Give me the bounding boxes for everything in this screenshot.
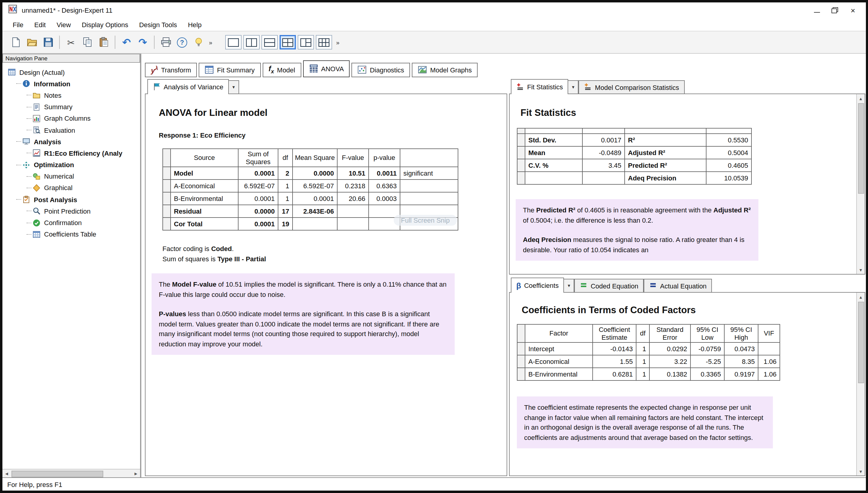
tab-coded-equation[interactable]: Coded Equation	[574, 279, 644, 293]
tab-anova[interactable]: ANOVA	[303, 60, 350, 77]
fit-statistics-table: Std. Dev. 0.0017 R² 0.5530 Mean -0.0489 …	[517, 128, 752, 185]
layout-single-button[interactable]	[225, 35, 241, 49]
row-selector[interactable]	[163, 205, 170, 218]
maximize-button[interactable]	[826, 4, 844, 17]
minimize-button[interactable]	[808, 4, 826, 17]
nav-item-evaluation[interactable]: Evaluation	[6, 124, 140, 136]
p-values-paragraph: P-values less than 0.0500 indicate model…	[159, 309, 448, 349]
row-selector[interactable]	[163, 167, 170, 180]
cell-vif: 1.06	[758, 368, 780, 381]
open-file-button[interactable]	[24, 34, 40, 50]
tab-transform[interactable]: yλTransform	[145, 63, 197, 77]
coefficients-view-dropdown[interactable]: ▾	[564, 279, 574, 293]
layout-horizontal-split-button[interactable]	[261, 35, 277, 49]
nav-item-post-analysis[interactable]: Post Analysis	[6, 194, 140, 205]
copy-button[interactable]	[79, 34, 96, 50]
tab-coefficients[interactable]: βCoefficients	[511, 278, 564, 293]
toolbar-overflow-chevron[interactable]: »	[336, 39, 340, 46]
tab-model-comparison-statistics[interactable]: Model Comparison Statistics	[579, 80, 685, 94]
cell-source: B-Environmental	[170, 192, 238, 205]
tree-connector	[16, 199, 21, 200]
nav-item-optimization[interactable]: Optimization	[6, 159, 140, 170]
menu-display-options[interactable]: Display Options	[76, 19, 134, 30]
nav-item-graphical[interactable]: Graphical	[6, 182, 140, 194]
row-selector[interactable]	[517, 146, 525, 159]
help-button[interactable]: ?	[174, 34, 190, 50]
scroll-right-arrow[interactable]: ▶	[132, 469, 140, 477]
scrollbar-thumb[interactable]	[858, 103, 864, 194]
row-selector[interactable]	[517, 343, 525, 356]
save-button[interactable]	[40, 34, 56, 50]
layout-left-right-split-button[interactable]	[297, 35, 314, 49]
menu-design-tools[interactable]: Design Tools	[134, 19, 183, 30]
layout-vertical-split-button[interactable]	[243, 35, 259, 49]
scroll-up-arrow[interactable]: ▲	[857, 293, 865, 301]
row-selector[interactable]	[163, 180, 170, 192]
nav-item-numerical[interactable]: Numerical	[6, 170, 140, 182]
status-text: For Help, press F1	[7, 480, 62, 488]
tab-diagnostics[interactable]: Diagnostics	[352, 63, 410, 77]
tree-connector	[16, 141, 21, 142]
row-selector[interactable]	[517, 159, 525, 172]
tab-fit-summary[interactable]: Fit Summary	[199, 63, 261, 77]
row-selector[interactable]	[163, 218, 170, 231]
fit-row: C.V. % 3.45 Predicted R² 0.4605	[517, 159, 751, 172]
row-selector[interactable]	[163, 149, 170, 167]
menu-view[interactable]: View	[51, 19, 76, 30]
redo-button[interactable]: ↷	[135, 34, 151, 50]
row-selector[interactable]	[517, 324, 525, 343]
row-selector[interactable]	[517, 134, 525, 146]
row-selector[interactable]	[517, 368, 525, 381]
tab-fit-statistics[interactable]: Fit Statistics	[511, 79, 569, 94]
row-selector[interactable]	[517, 172, 525, 184]
layout-grid-button[interactable]	[315, 35, 332, 49]
toolbar-overflow-chevron[interactable]: »	[209, 39, 213, 46]
title-bar[interactable]: unnamed1* - Design-Expert 11 ×	[2, 2, 866, 18]
cell-significance	[400, 180, 458, 192]
cell-p: 0.0011	[369, 167, 400, 180]
scrollbar-thumb[interactable]	[12, 470, 103, 477]
scroll-left-arrow[interactable]: ◀	[2, 469, 11, 477]
stat-label: Adeq Precision	[625, 172, 706, 184]
tab-actual-equation[interactable]: Actual Equation	[644, 279, 712, 293]
menu-edit[interactable]: Edit	[29, 19, 51, 30]
anova-view-dropdown[interactable]: ▾	[229, 80, 239, 94]
tab-model[interactable]: fxModel	[263, 63, 301, 77]
new-document-button[interactable]	[7, 34, 24, 50]
menu-help[interactable]: Help	[182, 19, 207, 30]
nav-item-notes[interactable]: Notes	[6, 90, 140, 101]
tab-analysis-of-variance[interactable]: Analysis of Variance	[147, 79, 229, 94]
cut-button[interactable]: ✂	[63, 34, 79, 50]
tab-model-graphs[interactable]: Model Graphs	[412, 63, 478, 77]
scroll-up-arrow[interactable]: ▲	[857, 94, 865, 103]
nav-horizontal-scrollbar[interactable]: ◀ ▶	[2, 469, 140, 477]
menu-file[interactable]: File	[7, 19, 29, 30]
fit-view-dropdown[interactable]: ▾	[569, 80, 579, 94]
layout-quad-button[interactable]	[279, 35, 295, 49]
fit-vertical-scrollbar[interactable]: ▲ ▼	[856, 94, 865, 274]
col-header-vif: VIF	[758, 324, 780, 343]
fit-statistics-title: Fit Statistics	[520, 107, 851, 118]
nav-item-point-prediction[interactable]: Point Prediction	[6, 206, 140, 217]
row-selector[interactable]	[517, 128, 525, 134]
scrollbar-thumb[interactable]	[858, 302, 864, 383]
print-button[interactable]	[158, 34, 174, 50]
undo-button[interactable]: ↶	[118, 34, 135, 50]
nav-item-confirmation[interactable]: Confirmation	[6, 217, 140, 229]
nav-item-information[interactable]: Information	[6, 78, 140, 89]
row-selector[interactable]	[163, 192, 170, 205]
scroll-down-arrow[interactable]: ▼	[857, 265, 865, 274]
tips-button[interactable]	[190, 34, 207, 50]
close-button[interactable]: ×	[844, 4, 862, 17]
scroll-down-arrow[interactable]: ▼	[857, 467, 865, 475]
nav-item-r1-eco-efficiency[interactable]: R1:Eco Efficiency (Analy	[6, 148, 140, 159]
nav-item-coefficients-table[interactable]: Coefficients Table	[6, 229, 140, 240]
stat-label	[525, 172, 582, 184]
paste-button[interactable]	[96, 34, 112, 50]
coefficients-vertical-scrollbar[interactable]: ▲ ▼	[856, 293, 865, 475]
nav-item-analysis[interactable]: Analysis	[6, 136, 140, 147]
row-selector[interactable]	[517, 356, 525, 368]
nav-item-summary[interactable]: Summary	[6, 101, 140, 112]
nav-item-graph-columns[interactable]: Graph Columns	[6, 113, 140, 124]
nav-item-design[interactable]: Design (Actual)	[6, 66, 140, 78]
